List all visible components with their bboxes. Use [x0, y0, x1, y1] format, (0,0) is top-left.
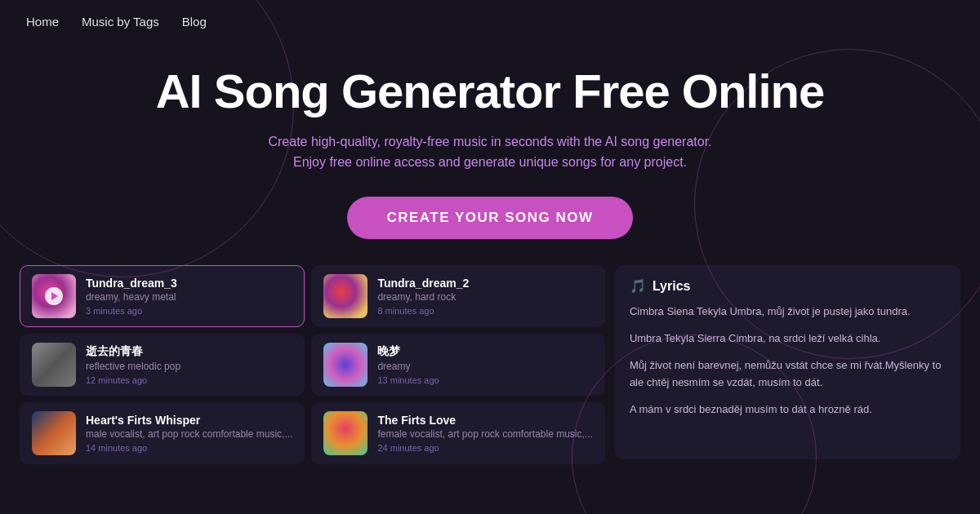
song-time: 3 minutes ago	[86, 306, 292, 316]
song-info-love: The Firts Lovefemale vocalist, art pop r…	[377, 414, 592, 453]
nav-home[interactable]: Home	[26, 15, 59, 29]
song-tags: dreamy, heavy metal	[86, 291, 292, 303]
song-title: Tundra_dream_3	[86, 277, 292, 290]
music-icon: 🎵	[630, 278, 646, 294]
navbar: Home Music by Tags Blog	[0, 0, 980, 42]
song-thumb-love	[323, 411, 368, 455]
song-info-tundra3: Tundra_dream_3dreamy, heavy metal3 minut…	[86, 277, 292, 316]
song-card-tundra3[interactable]: Tundra_dream_3dreamy, heavy metal3 minut…	[20, 265, 305, 327]
song-card-love[interactable]: The Firts Lovefemale vocalist, art pop r…	[311, 402, 604, 464]
song-time: 8 minutes ago	[377, 306, 592, 316]
song-info-heart: Heart's Firts Whispermale vocalist, art …	[86, 414, 292, 453]
song-card-heart[interactable]: Heart's Firts Whispermale vocalist, art …	[20, 402, 305, 464]
song-title: 晚梦	[377, 344, 592, 359]
song-tags: reflective melodic pop	[86, 361, 292, 372]
song-title: 逝去的青春	[86, 344, 292, 359]
song-title: Heart's Firts Whisper	[86, 414, 292, 427]
song-card-dream[interactable]: 晚梦dreamy13 minutes ago	[311, 334, 604, 396]
hero-title: AI Song Generator Free Online	[33, 65, 947, 117]
song-card-chinese[interactable]: 逝去的青春reflective melodic pop12 minutes ag…	[20, 334, 305, 396]
song-info-dream: 晚梦dreamy13 minutes ago	[377, 344, 592, 385]
song-thumb-heart	[32, 411, 76, 455]
song-time: 24 minutes ago	[377, 443, 592, 453]
hero-subtitle: Create high-quality, royalty-free music …	[261, 132, 719, 173]
song-tags: dreamy, hard rock	[377, 291, 592, 303]
lyrics-header: 🎵 Lyrics	[630, 278, 946, 294]
song-time: 13 minutes ago	[377, 375, 592, 385]
nav-music-by-tags[interactable]: Music by Tags	[82, 15, 159, 29]
bottom-section: Tundra_dream_3dreamy, heavy metal3 minut…	[0, 265, 980, 459]
hero-section: AI Song Generator Free Online Create hig…	[0, 42, 980, 259]
song-title: The Firts Love	[377, 414, 592, 427]
song-tags: dreamy	[377, 361, 592, 372]
lyrics-line: Umbra Tekyla Sierra Cimbra, na srdci lež…	[630, 330, 946, 348]
song-title: Tundra_dream_2	[377, 277, 592, 290]
lyrics-panel: 🎵 Lyrics Cimbra Siena Tekyla Umbra, můj …	[615, 265, 960, 459]
song-time: 12 minutes ago	[86, 375, 292, 385]
song-thumb-dream	[323, 343, 368, 387]
song-tags: male vocalist, art pop rock comfortable …	[86, 428, 292, 440]
song-info-tundra2: Tundra_dream_2dreamy, hard rock8 minutes…	[377, 277, 592, 316]
song-thumb-tundra3	[32, 274, 76, 318]
song-time: 14 minutes ago	[86, 443, 292, 453]
lyrics-line: Cimbra Siena Tekyla Umbra, můj život je …	[630, 304, 946, 321]
song-thumb-tundra2	[323, 274, 368, 318]
lyrics-line: A mám v srdci beznaděj musím to dát a hr…	[630, 401, 946, 419]
song-thumb-chinese	[32, 343, 76, 387]
lyrics-title: Lyrics	[653, 279, 691, 294]
song-tags: female vocalist, art pop rock comfortabl…	[377, 428, 592, 440]
cta-button[interactable]: CREATE YOUR SONG NOW	[347, 197, 632, 239]
song-list: Tundra_dream_3dreamy, heavy metal3 minut…	[20, 265, 605, 459]
lyrics-line: Můj život není barevnej, nemůžu vstát ch…	[630, 357, 946, 392]
play-icon[interactable]	[45, 287, 63, 305]
song-info-chinese: 逝去的青春reflective melodic pop12 minutes ag…	[86, 344, 292, 385]
lyrics-body: Cimbra Siena Tekyla Umbra, můj život je …	[630, 304, 946, 418]
song-card-tundra2[interactable]: Tundra_dream_2dreamy, hard rock8 minutes…	[311, 265, 604, 327]
nav-blog[interactable]: Blog	[182, 15, 207, 29]
